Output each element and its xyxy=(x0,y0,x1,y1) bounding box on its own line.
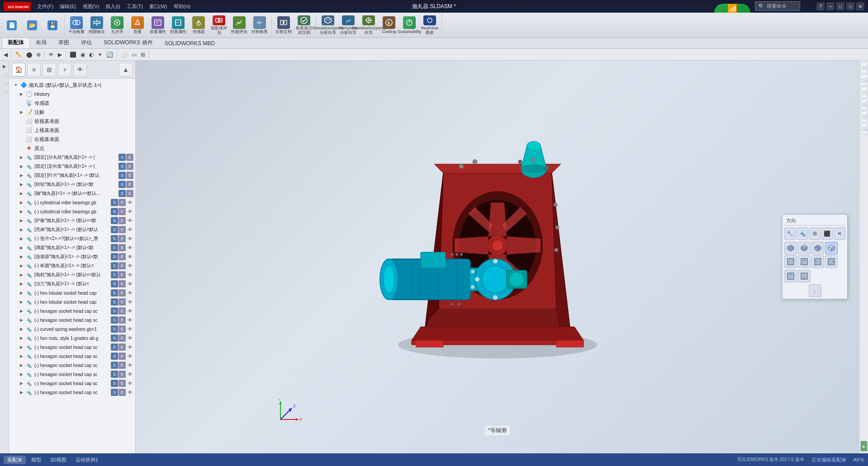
panel-tab-home[interactable]: 🏠 xyxy=(12,63,25,76)
interference-button[interactable]: 干涉检量 xyxy=(66,14,86,36)
dir-icon-2[interactable]: 🔩 xyxy=(797,227,808,240)
right-btn-2[interactable]: ⬜ xyxy=(860,75,868,85)
sensor-button[interactable]: 传感器 xyxy=(189,14,209,36)
sustainability-button[interactable]: Sustainability xyxy=(399,14,419,36)
open-button[interactable]: 📂 xyxy=(22,14,42,36)
status-tab-assembly[interactable]: 装配体 xyxy=(4,456,26,464)
maximize-button[interactable]: □ xyxy=(846,2,854,10)
panel-tab-grid[interactable]: ⊞ xyxy=(43,63,56,76)
tree-component-26[interactable]: ▶ 🔩 (-) curved spring washers gb<1 S E 👁 xyxy=(9,325,135,334)
tab-sw-plugins[interactable]: SOLIDWORKS 插件 xyxy=(98,37,159,48)
tree-component-30[interactable]: ▶ 🔩 (-) hexagon socket head cap sc S E 👁 xyxy=(9,361,135,370)
menu-insert[interactable]: 插入(I) xyxy=(103,2,123,11)
crosshair-button[interactable]: ⊕ xyxy=(34,51,43,59)
dir-icon-5[interactable]: ✕ xyxy=(834,227,845,240)
close-button[interactable]: ✕ xyxy=(856,2,864,10)
dir-right[interactable] xyxy=(825,255,838,268)
right-btn-3[interactable]: ⬜ xyxy=(860,87,868,98)
tree-component-12[interactable]: ▶ 🔩 (-) cylindrical roller bearings gb S… xyxy=(9,198,135,207)
tree-component-22[interactable]: ▶ 🔩 (-) hex lobular socket head cap S E … xyxy=(9,288,135,297)
clearance-button[interactable]: 间隙验证 xyxy=(87,14,107,36)
mass-button[interactable]: 质量 xyxy=(128,14,147,36)
dir-icon-1[interactable]: 🔧 xyxy=(784,227,796,240)
dir-top[interactable] xyxy=(784,270,797,282)
tree-component-20[interactable]: ▶ 🔩 [电机^抛丸器]<1> -> (默认<<默认 S E 👁 xyxy=(9,270,135,279)
tree-component-25[interactable]: ▶ 🔩 (-) hexagon socket head cap sc S E 👁 xyxy=(9,315,135,325)
tab-sketch[interactable]: 草图 xyxy=(52,37,75,48)
dir-icon-4[interactable]: ⬛ xyxy=(821,227,833,240)
tree-component-9[interactable]: ▶ 🔩 [固定] [叶片^抛丸器]<1> -> (默认 S E xyxy=(9,171,135,180)
symmetry-check-button[interactable]: 对称检查 xyxy=(250,14,270,36)
pencil-button[interactable]: ✏️ xyxy=(14,51,24,59)
tree-component-24[interactable]: ▶ 🔩 (-) hexagon socket head cap sc S E 👁 xyxy=(9,306,135,315)
realview-button[interactable]: RealView图形 xyxy=(420,14,440,36)
tree-root[interactable]: ▼ 🔷 抛丸器 (默认<默认_显示状态-1>) xyxy=(9,80,135,89)
driveworks-button[interactable]: DriveWorksXpress向导 xyxy=(359,14,379,36)
panel-collapse[interactable]: ▲ xyxy=(119,63,133,76)
viewport[interactable]: X Y Z *等轴测 方向 🔧 🔩 ⚙ ⬛ ✕ xyxy=(136,61,859,453)
help-button[interactable]: ? xyxy=(816,2,825,10)
assembly-eval-button[interactable]: 装配体评估 xyxy=(209,14,229,36)
eye-button[interactable]: 👁 xyxy=(47,51,56,59)
side-tool-2[interactable]: ⬜ xyxy=(1,71,8,78)
menu-tools[interactable]: 工具(T) xyxy=(124,2,146,11)
status-tab-motion[interactable]: 运动算例1 xyxy=(72,456,102,464)
tree-component-8[interactable]: ▶ 🔩 [固定] [定向套^抛丸器]<1> -> ( S E xyxy=(9,162,135,171)
forward-nav-button[interactable]: ▶ xyxy=(56,51,64,59)
save-button[interactable]: 💾 xyxy=(43,14,62,36)
tree-component-14[interactable]: ▶ 🔩 [护板^抛丸器]<1> -> (默认<<默 S E 👁 xyxy=(9,216,135,225)
tree-component-13[interactable]: ▶ 🔩 (-) cylindrical roller bearings gb S… xyxy=(9,207,135,216)
panel-tab-list[interactable]: ≡ xyxy=(27,63,41,76)
menu-window[interactable]: 窗口(W) xyxy=(147,2,170,11)
tree-front-plane[interactable]: ⬜ 前视基准面 xyxy=(9,117,135,126)
status-tab-model[interactable]: 模型 xyxy=(28,456,45,464)
display-btn4[interactable]: ✦ xyxy=(96,51,104,59)
back-nav-button[interactable]: ◀ xyxy=(2,51,9,59)
status-tab-3dview[interactable]: 3D视图 xyxy=(47,456,70,464)
tree-right-plane[interactable]: ⬜ 右视基准面 xyxy=(9,135,135,144)
display-btn5[interactable]: 🔄 xyxy=(104,51,115,59)
dir-left[interactable] xyxy=(811,255,824,268)
dir-icon-3[interactable]: ⚙ xyxy=(809,227,821,240)
panel-tab-eye[interactable]: 👁 xyxy=(73,63,87,76)
compare-docs-button[interactable]: 比较文档 xyxy=(274,14,294,36)
tree-component-33[interactable]: ▶ 🔩 (-) hexagon socket head cap sc S E 👁 xyxy=(9,388,135,397)
tree-component-17[interactable]: ▶ 🔩 [调盖^抛丸器]<1> -> (默认<默 S E 👁 xyxy=(9,243,135,252)
restore-button[interactable]: □ xyxy=(836,2,844,10)
check-active-button[interactable]: 检查激活的文档 xyxy=(294,14,314,36)
minimize-button[interactable]: ─ xyxy=(826,2,835,10)
section-btn2[interactable]: ▭ xyxy=(130,51,138,59)
right-btn-1[interactable]: ⬜ xyxy=(860,62,868,73)
circle-button[interactable]: ⬤ xyxy=(24,51,34,59)
section-btn3[interactable]: ⊞ xyxy=(139,51,147,59)
simulation-button[interactable]: SimulationXpress分析向导 xyxy=(318,14,338,36)
tab-evaluate[interactable]: 评估 xyxy=(75,37,98,48)
tree-component-11[interactable]: ▶ 🔩 [轴^抛丸器]<1> -> (默认<<默认... S E xyxy=(9,189,135,198)
menu-file[interactable]: 文件(F) xyxy=(34,2,56,11)
dir-iso3[interactable] xyxy=(811,242,824,254)
tree-component-7[interactable]: ▶ 🔩 [固定] [分丸轮^抛丸器]<1> -> ( S E xyxy=(9,153,135,162)
section-props-button[interactable]: 剖面属性 xyxy=(168,14,188,36)
tree-component-21[interactable]: ▶ 🔩 [法兰^抛丸器]<1> -> (默认< S E 👁 xyxy=(9,279,135,288)
section-btn1[interactable]: ⬜ xyxy=(119,51,129,59)
dir-down-btn[interactable]: ↓ xyxy=(809,284,821,297)
tree-component-15[interactable]: ▶ 🔩 [壳体^抛丸器]<1> -> (默认<默认 S E 👁 xyxy=(9,225,135,234)
tree-origin[interactable]: ✚ 原点 xyxy=(9,144,135,153)
tree-component-27[interactable]: ▶ 🔩 (-) hex nuts, style 1-grades ab g S … xyxy=(9,334,135,343)
mass-properties-button[interactable]: 质量属性 xyxy=(148,14,168,36)
dir-iso1[interactable] xyxy=(784,242,797,254)
tab-assembly[interactable]: 装配体 xyxy=(2,37,30,48)
tab-layout[interactable]: 布局 xyxy=(30,37,52,48)
tree-component-31[interactable]: ▶ 🔩 (-) hexagon socket head cap sc S E 👁 xyxy=(9,370,135,379)
display-btn1[interactable]: ⬛ xyxy=(68,51,78,59)
menu-view[interactable]: 视图(V) xyxy=(80,2,102,11)
tree-history[interactable]: ▶ 🕐 History xyxy=(9,89,135,99)
side-tool-1[interactable]: ▶ xyxy=(1,62,8,70)
side-tool-3[interactable]: ⬜ xyxy=(1,80,8,87)
display-btn2[interactable]: ◉ xyxy=(79,51,87,59)
tree-component-19[interactable]: ▶ 🔩 (-) 柜圆^抛丸器]<1> -> (默认< S E 👁 xyxy=(9,261,135,270)
tree-top-plane[interactable]: ⬜ 上视基准面 xyxy=(9,126,135,135)
tree-component-18[interactable]: ▶ 🔩 [连接器^抛丸器]<1> -> (默认<默 S E 👁 xyxy=(9,252,135,261)
perf-eval-button[interactable]: 性能评估 xyxy=(229,14,249,36)
dir-front[interactable] xyxy=(784,255,797,268)
